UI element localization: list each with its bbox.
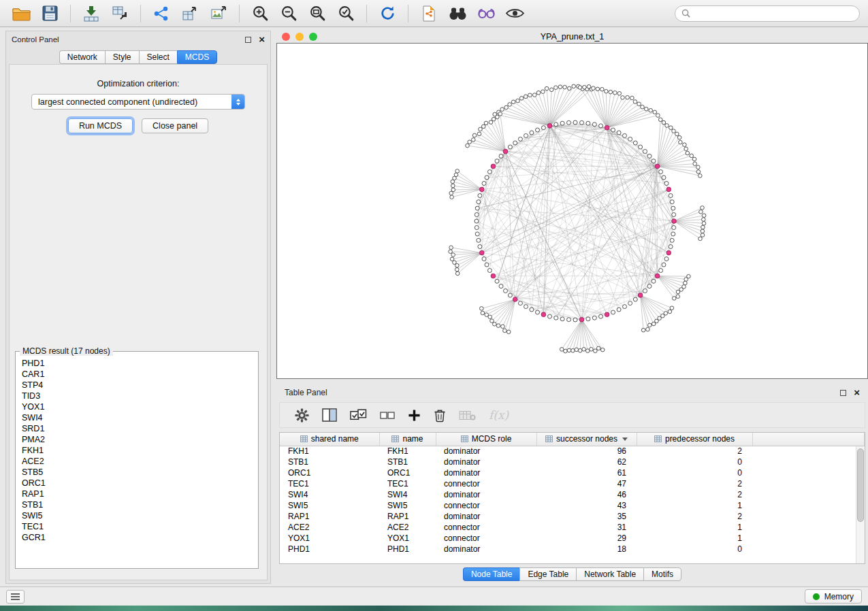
cell-mcds-role[interactable]: dominator — [436, 511, 536, 522]
search-binoculars-button[interactable] — [445, 3, 470, 24]
column-header-name[interactable]: name — [379, 433, 436, 446]
table-row[interactable]: SWI4SWI4dominator462 — [280, 489, 865, 500]
cell-mcds-role[interactable]: dominator — [436, 457, 536, 467]
cell-successor-nodes[interactable]: 47 — [536, 478, 637, 489]
mcds-result-item[interactable]: YOX1 — [22, 401, 252, 412]
tab-select[interactable]: Select — [139, 50, 177, 64]
mcds-result-item[interactable]: STB5 — [22, 467, 252, 478]
tab-network-table[interactable]: Network Table — [576, 567, 643, 581]
cell-shared-name[interactable]: TEC1 — [280, 478, 379, 489]
dominator-node[interactable] — [579, 317, 584, 322]
dominator-node[interactable] — [605, 125, 609, 130]
column-header-mcds-role[interactable]: MCDS role — [436, 433, 536, 446]
close-panel-icon[interactable] — [259, 36, 265, 43]
import-table-button[interactable] — [78, 3, 104, 24]
cell-name[interactable]: TEC1 — [379, 478, 436, 489]
cell-name[interactable]: RAP1 — [379, 511, 436, 522]
share-document-button[interactable] — [416, 3, 442, 24]
run-mcds-button[interactable]: Run MCDS — [68, 118, 133, 133]
cell-shared-name[interactable]: PHD1 — [280, 544, 379, 555]
dominator-node[interactable] — [666, 250, 671, 255]
mcds-result-item[interactable]: SWI4 — [22, 412, 252, 423]
cell-predecessor-nodes[interactable]: 2 — [637, 489, 752, 500]
mcds-result-item[interactable]: PHD1 — [22, 358, 252, 369]
cell-predecessor-nodes[interactable]: 1 — [637, 522, 752, 533]
mcds-result-item[interactable]: FKH1 — [22, 445, 252, 456]
dominator-node[interactable] — [655, 274, 660, 278]
search-box[interactable] — [675, 5, 860, 22]
close-window-icon[interactable] — [282, 33, 290, 41]
delete-rows-button[interactable] — [434, 408, 446, 423]
table-row[interactable]: FKH1FKH1dominator962 — [280, 446, 865, 457]
mcds-result-item[interactable]: GCR1 — [22, 532, 252, 543]
cell-mcds-role[interactable]: connector — [436, 478, 536, 489]
cell-shared-name[interactable]: STB1 — [280, 457, 379, 467]
task-history-button[interactable] — [6, 590, 25, 604]
mcds-result-item[interactable]: RAP1 — [22, 489, 252, 499]
cell-name[interactable]: ORC1 — [379, 467, 436, 478]
mcds-result-item[interactable]: ACE2 — [22, 456, 252, 467]
zoom-out-button[interactable] — [276, 3, 302, 24]
table-row[interactable]: ORC1ORC1dominator610 — [280, 467, 865, 478]
table-row[interactable]: SWI5SWI5connector431 — [280, 500, 865, 511]
cell-successor-nodes[interactable]: 18 — [536, 544, 637, 555]
cell-predecessor-nodes[interactable]: 1 — [637, 533, 752, 544]
open-folder-button[interactable] — [8, 3, 34, 24]
cell-successor-nodes[interactable]: 61 — [536, 467, 637, 478]
cell-predecessor-nodes[interactable]: 0 — [637, 467, 752, 478]
cell-shared-name[interactable]: RAP1 — [280, 511, 379, 522]
dominator-node[interactable] — [666, 187, 671, 192]
mcds-result-item[interactable]: CAR1 — [22, 369, 252, 380]
table-row[interactable]: PHD1PHD1dominator180 — [280, 544, 865, 555]
maximize-window-icon[interactable] — [309, 33, 317, 41]
table-row[interactable]: YOX1YOX1connector291 — [280, 533, 865, 544]
import-network-button[interactable] — [107, 3, 133, 24]
tab-edge-table[interactable]: Edge Table — [519, 567, 576, 581]
cell-predecessor-nodes[interactable]: 1 — [637, 500, 752, 511]
cell-name[interactable]: STB1 — [379, 457, 436, 467]
show-eye-button[interactable] — [502, 3, 528, 24]
column-visibility-button[interactable] — [322, 408, 337, 422]
mcds-result-item[interactable]: STP4 — [22, 380, 252, 391]
cell-name[interactable]: SWI5 — [379, 500, 436, 511]
dominator-node[interactable] — [672, 219, 677, 224]
cell-mcds-role[interactable]: connector — [436, 500, 536, 511]
cell-mcds-role[interactable]: dominator — [436, 467, 536, 478]
column-header-successor-nodes[interactable]: successor nodes — [536, 433, 637, 446]
dominator-node[interactable] — [655, 164, 660, 169]
close-table-panel-icon[interactable] — [854, 389, 860, 396]
cell-successor-nodes[interactable]: 43 — [536, 500, 637, 511]
cell-predecessor-nodes[interactable]: 2 — [637, 511, 752, 522]
select-all-rows-button[interactable] — [350, 408, 367, 422]
cell-shared-name[interactable]: ACE2 — [280, 522, 379, 533]
hide-glasses-button[interactable] — [473, 3, 499, 24]
table-scrollbar[interactable] — [856, 446, 865, 563]
gear-button[interactable] — [295, 408, 309, 423]
mcds-result-item[interactable]: STB1 — [22, 499, 252, 510]
cell-predecessor-nodes[interactable]: 2 — [637, 478, 752, 489]
cell-predecessor-nodes[interactable]: 0 — [637, 457, 752, 467]
mcds-result-item[interactable]: SWI5 — [22, 510, 252, 521]
cell-name[interactable]: SWI4 — [379, 489, 436, 500]
cell-predecessor-nodes[interactable]: 2 — [637, 446, 752, 457]
cell-successor-nodes[interactable]: 31 — [536, 522, 637, 533]
refresh-view-button[interactable] — [374, 3, 400, 24]
dominator-node[interactable] — [547, 124, 552, 129]
cell-mcds-role[interactable]: dominator — [436, 446, 536, 457]
cell-successor-nodes[interactable]: 46 — [536, 489, 637, 500]
zoom-selected-button[interactable] — [333, 3, 359, 24]
table-scrollbar-thumb[interactable] — [857, 448, 864, 522]
cell-predecessor-nodes[interactable]: 0 — [637, 544, 752, 555]
dominator-node[interactable] — [513, 297, 517, 302]
add-row-button[interactable] — [408, 409, 421, 422]
export-table-button[interactable] — [177, 3, 203, 24]
save-session-button[interactable] — [37, 3, 63, 24]
table-row[interactable]: TEC1TEC1connector472 — [280, 478, 865, 489]
search-input[interactable] — [694, 8, 853, 19]
memory-button[interactable]: Memory — [805, 589, 862, 604]
mcds-result-item[interactable]: TID3 — [22, 391, 252, 401]
export-network-button[interactable] — [148, 3, 174, 24]
zoom-in-button[interactable] — [247, 3, 273, 24]
tab-motifs[interactable]: Motifs — [643, 567, 681, 581]
mcds-result-item[interactable]: SRD1 — [22, 423, 252, 434]
